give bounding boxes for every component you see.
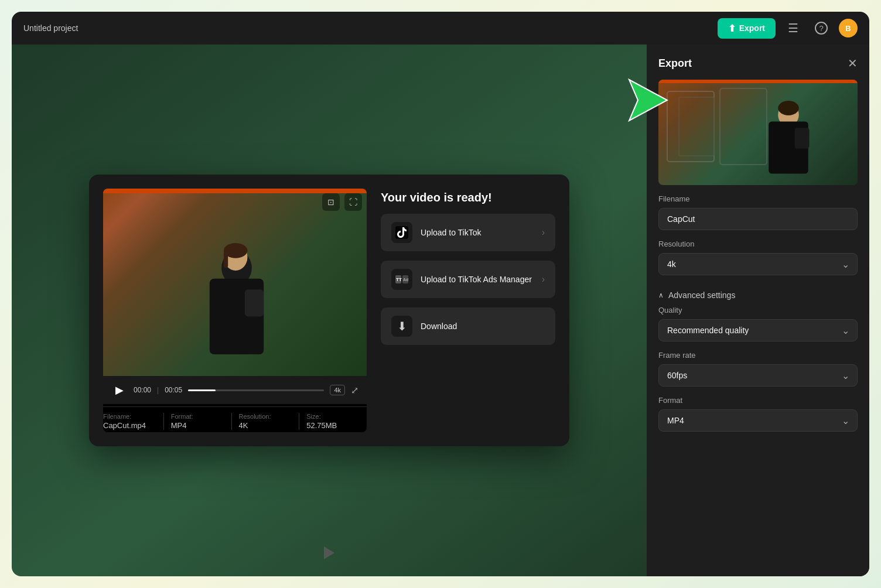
filename-label: Filename: xyxy=(103,413,156,420)
help-icon: ? xyxy=(815,22,828,35)
download-icon: ⬇ xyxy=(397,319,407,333)
filename-input[interactable] xyxy=(658,208,858,230)
tiktok-ads-icon-wrapper: TT Ads xyxy=(391,269,412,290)
time-duration: 00:05 xyxy=(165,386,182,394)
download-label: Download xyxy=(421,322,457,331)
svg-rect-6 xyxy=(223,252,227,268)
layers-button[interactable]: ☰ xyxy=(783,18,804,39)
player-person-silhouette xyxy=(196,235,278,376)
tiktok-icon xyxy=(395,226,408,239)
player-controls: ▶ 00:00 | 00:05 4k ⤢ xyxy=(103,376,367,404)
progress-fill xyxy=(188,389,215,391)
modal-overlay: ⊡ ⛶ ▶ 00:00 | 00: xyxy=(12,45,647,576)
fullscreen-icon-btn[interactable]: ⛶ xyxy=(344,193,362,211)
modal-title: Your video is ready! xyxy=(381,189,555,204)
modal-top-icons: ⊡ ⛶ xyxy=(322,193,362,211)
framerate-select-wrapper: 60fps 30fps 24fps xyxy=(658,364,858,387)
svg-rect-17 xyxy=(679,97,714,156)
video-ready-modal: ⊡ ⛶ ▶ 00:00 | 00: xyxy=(89,175,569,446)
svg-rect-3 xyxy=(244,289,263,316)
resolution-panel-label: Resolution xyxy=(658,240,858,248)
filename-value: CapCut.mp4 xyxy=(103,421,156,430)
play-button[interactable]: ▶ xyxy=(111,382,128,398)
format-value: MP4 xyxy=(171,421,224,430)
advanced-settings-chevron-icon: ∧ xyxy=(658,291,664,299)
upload-tiktok-ads-label: Upload to TikTok Ads Manager xyxy=(421,275,532,284)
export-panel-header: Export ✕ xyxy=(647,45,869,80)
filename-section: Filename xyxy=(647,194,869,240)
upload-tiktok-ads-button[interactable]: TT Ads Upload to TikTok Ads Manager › xyxy=(381,261,555,298)
advanced-settings-label: Advanced settings xyxy=(668,290,735,300)
player-video-bg xyxy=(103,189,367,376)
export-button[interactable]: ⬆ Export xyxy=(718,18,776,39)
expand-icon: ⤢ xyxy=(351,385,358,395)
tiktok-icon-wrapper xyxy=(391,222,412,243)
svg-text:Ads: Ads xyxy=(403,278,408,282)
play-icon: ▶ xyxy=(115,384,124,396)
layers-icon: ☰ xyxy=(788,21,798,35)
feedback-icon: ⊡ xyxy=(327,197,334,207)
framerate-select[interactable]: 60fps 30fps 24fps xyxy=(658,364,858,387)
download-button[interactable]: ⬇ Download xyxy=(381,307,555,345)
topbar-right: ⬆ Export ☰ ? B xyxy=(718,18,858,39)
file-info-size: Size: 52.75MB xyxy=(299,413,367,430)
upload-tiktok-button[interactable]: Upload to TikTok › xyxy=(381,214,555,251)
file-info-format: Format: MP4 xyxy=(164,413,232,430)
tiktok-ads-chevron-icon: › xyxy=(542,274,545,285)
svg-text:TT: TT xyxy=(396,277,402,282)
format-label: Format: xyxy=(171,413,224,420)
export-upload-icon: ⬆ xyxy=(728,23,736,34)
progress-bar[interactable] xyxy=(188,389,324,391)
export-panel: Export ✕ xyxy=(647,45,869,576)
modal-top: ⊡ ⛶ ▶ 00:00 | 00: xyxy=(103,189,555,432)
modal-right: Your video is ready! Upload to TikTok › xyxy=(381,189,555,432)
project-title: Untitled project xyxy=(23,23,78,33)
file-info-resolution: Resolution: 4K xyxy=(232,413,300,430)
help-button[interactable]: ? xyxy=(811,18,832,39)
resolution-section: Resolution 4k 1080p 720p 480p xyxy=(647,240,869,285)
export-thumbnail xyxy=(658,80,858,185)
size-value: 52.75MB xyxy=(306,421,360,430)
advanced-settings-toggle[interactable]: ∧ Advanced settings xyxy=(647,285,869,306)
file-info-bar: Filename: CapCut.mp4 Format: MP4 Resolut… xyxy=(103,406,367,432)
resolution-select[interactable]: 4k 1080p 720p 480p xyxy=(658,253,858,275)
fullscreen-button[interactable]: ⤢ xyxy=(351,385,358,396)
quality-badge: 4k xyxy=(330,385,345,395)
filename-panel-label: Filename xyxy=(658,194,858,203)
format-section: Format MP4 MOV AVI xyxy=(647,396,869,441)
export-panel-title: Export xyxy=(658,57,692,70)
fullscreen-icon: ⛶ xyxy=(349,197,357,207)
video-player: ⊡ ⛶ ▶ 00:00 | 00: xyxy=(103,189,367,432)
download-icon-wrapper: ⬇ xyxy=(391,316,412,337)
quality-panel-label: Quality xyxy=(658,306,858,314)
resolution-value: 4K xyxy=(239,421,292,430)
framerate-section: Frame rate 60fps 30fps 24fps xyxy=(647,351,869,396)
format-select[interactable]: MP4 MOV AVI xyxy=(658,409,858,432)
export-panel-close-button[interactable]: ✕ xyxy=(848,56,858,70)
topbar: Untitled project ⬆ Export ☰ ? B xyxy=(12,12,869,45)
upload-tiktok-label: Upload to TikTok xyxy=(421,228,482,237)
avatar[interactable]: B xyxy=(839,19,858,37)
resolution-select-wrapper: 4k 1080p 720p 480p xyxy=(658,253,858,275)
export-bg-frames xyxy=(658,80,858,185)
main-area: ⊡ ⛶ ▶ 00:00 | 00: xyxy=(12,45,869,576)
format-select-wrapper: MP4 MOV AVI xyxy=(658,409,858,432)
resolution-label: Resolution: xyxy=(239,413,292,420)
close-icon: ✕ xyxy=(848,57,858,70)
player-top-bar xyxy=(103,189,367,193)
format-panel-label: Format xyxy=(658,396,858,405)
framerate-panel-label: Frame rate xyxy=(658,351,858,360)
player-video-area: ⊡ ⛶ xyxy=(103,189,367,376)
svg-rect-16 xyxy=(720,88,767,165)
tiktok-chevron-icon: › xyxy=(542,227,545,238)
quality-section: Quality Recommended quality High quality… xyxy=(647,306,869,351)
file-info-filename: Filename: CapCut.mp4 xyxy=(103,413,164,430)
export-thumbnail-inner xyxy=(658,80,858,185)
quality-select-wrapper: Recommended quality High quality Low qua… xyxy=(658,319,858,341)
feedback-icon-btn[interactable]: ⊡ xyxy=(322,193,340,211)
quality-select[interactable]: Recommended quality High quality Low qua… xyxy=(658,319,858,341)
time-current: 00:00 xyxy=(134,386,151,394)
svg-rect-15 xyxy=(667,91,714,162)
size-label: Size: xyxy=(306,413,360,420)
tiktok-ads-icon: TT Ads xyxy=(393,273,411,286)
